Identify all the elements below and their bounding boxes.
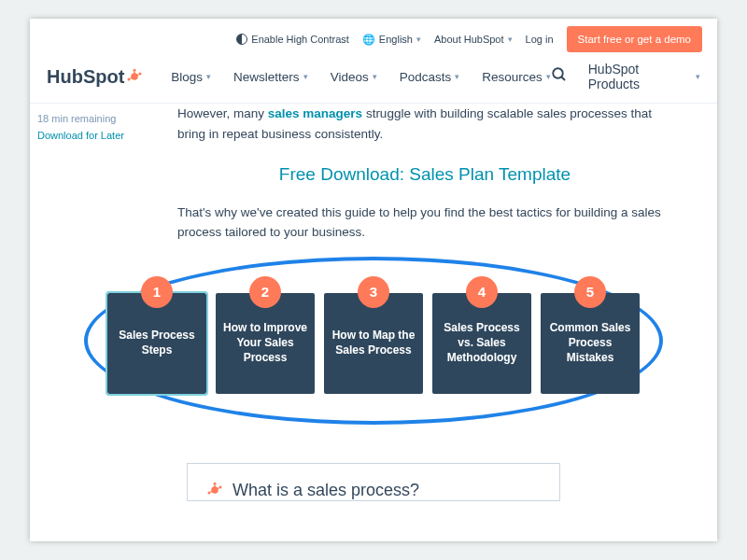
nav-items: Blogs▾ Newsletters▾ Videos▾ Podcasts▾ Re… — [171, 70, 550, 84]
download-later-link[interactable]: Download for Later — [37, 128, 124, 145]
nav-podcasts[interactable]: Podcasts▾ — [400, 70, 460, 84]
cta-label: Start free or get a demo — [578, 34, 691, 45]
article-body: However, many sales managers struggle wi… — [177, 104, 672, 243]
sales-managers-link[interactable]: sales managers — [268, 106, 362, 120]
svg-point-0 — [132, 73, 139, 80]
chevron-down-icon: ▾ — [303, 72, 308, 81]
chevron-down-icon: ▾ — [508, 35, 513, 44]
sidebar: 18 min remaining Download for Later — [37, 111, 124, 144]
free-download-link[interactable]: Free Download: Sales Plan Template — [177, 161, 672, 189]
chevron-down-icon: ▾ — [373, 72, 377, 81]
card-1[interactable]: 1 Sales Process Steps — [107, 293, 206, 394]
card-label: Common Sales Process Mistakes — [548, 321, 632, 365]
paragraph-2: That's why we've created this guide to h… — [177, 203, 672, 243]
svg-point-9 — [211, 487, 218, 495]
globe-icon: 🌐 — [362, 34, 375, 46]
nav-resources[interactable]: Resources▾ — [482, 70, 551, 84]
card-label: How to Improve Your Sales Process — [223, 321, 307, 365]
products-label: HubSpot Products — [588, 62, 692, 91]
card-2[interactable]: 2 How to Improve Your Sales Process — [216, 293, 315, 394]
step-cards-section: 1 Sales Process Steps 2 How to Improve Y… — [47, 274, 700, 407]
chevron-down-icon: ▾ — [206, 72, 211, 81]
nav-right: HubSpot Products ▾ — [551, 62, 700, 91]
utility-bar: Enable High Contrast 🌐 English ▾ About H… — [30, 19, 717, 60]
step-cards: 1 Sales Process Steps 2 How to Improve Y… — [47, 293, 700, 394]
chevron-down-icon: ▾ — [696, 72, 700, 81]
svg-point-3 — [128, 78, 131, 81]
svg-point-10 — [214, 483, 217, 485]
about-label: About HubSpot — [434, 34, 504, 45]
nav-videos[interactable]: Videos▾ — [331, 70, 377, 84]
login-link[interactable]: Log in — [526, 34, 554, 45]
nav-blogs[interactable]: Blogs▾ — [171, 70, 211, 84]
main-nav: HubSpot Blogs▾ Newsletters▾ Videos▾ Podc… — [30, 60, 717, 104]
card-badge: 3 — [358, 276, 389, 308]
cta-button[interactable]: Start free or get a demo — [567, 26, 702, 52]
card-badge: 1 — [141, 276, 173, 308]
sprocket-icon — [126, 68, 143, 85]
language-selector[interactable]: 🌐 English ▾ — [362, 34, 421, 46]
panel-heading-text: What is a sales process? — [233, 481, 419, 500]
card-label: Sales Process vs. Sales Methodology — [440, 321, 524, 365]
card-badge: 4 — [466, 276, 498, 308]
card-badge: 5 — [574, 276, 606, 308]
card-badge: 2 — [249, 276, 281, 308]
contrast-icon — [236, 34, 247, 45]
svg-point-12 — [208, 492, 211, 495]
svg-point-1 — [134, 69, 136, 72]
svg-point-11 — [219, 486, 222, 489]
hubspot-products[interactable]: HubSpot Products ▾ — [588, 62, 700, 91]
svg-point-2 — [139, 73, 142, 76]
login-label: Log in — [526, 34, 554, 45]
card-5[interactable]: 5 Common Sales Process Mistakes — [541, 293, 640, 394]
chevron-down-icon: ▾ — [416, 35, 421, 44]
contrast-label: Enable High Contrast — [251, 34, 349, 45]
svg-line-8 — [561, 77, 565, 80]
about-link[interactable]: About HubSpot ▾ — [434, 34, 513, 45]
card-4[interactable]: 4 Sales Process vs. Sales Methodology — [432, 293, 531, 394]
sprocket-icon — [206, 482, 223, 498]
nav-newsletters[interactable]: Newsletters▾ — [233, 70, 308, 84]
search-icon[interactable] — [551, 66, 568, 88]
logo[interactable]: HubSpot — [47, 66, 143, 88]
chevron-down-icon: ▾ — [455, 72, 459, 81]
panel-heading: What is a sales process? — [206, 481, 541, 500]
card-3[interactable]: 3 How to Map the Sales Process — [324, 293, 423, 394]
paragraph-1: However, many sales managers struggle wi… — [177, 104, 672, 144]
logo-text: HubSpot — [47, 66, 124, 88]
svg-point-7 — [553, 68, 563, 78]
language-label: English — [379, 34, 413, 45]
card-label: How to Map the Sales Process — [331, 329, 416, 357]
enable-high-contrast[interactable]: Enable High Contrast — [236, 34, 349, 45]
reading-time: 18 min remaining — [37, 111, 124, 128]
content-area: 18 min remaining Download for Later Howe… — [30, 104, 717, 524]
card-label: Sales Process Steps — [115, 329, 199, 357]
info-panel: What is a sales process? — [187, 463, 560, 501]
app-window: Enable High Contrast 🌐 English ▾ About H… — [30, 19, 717, 541]
